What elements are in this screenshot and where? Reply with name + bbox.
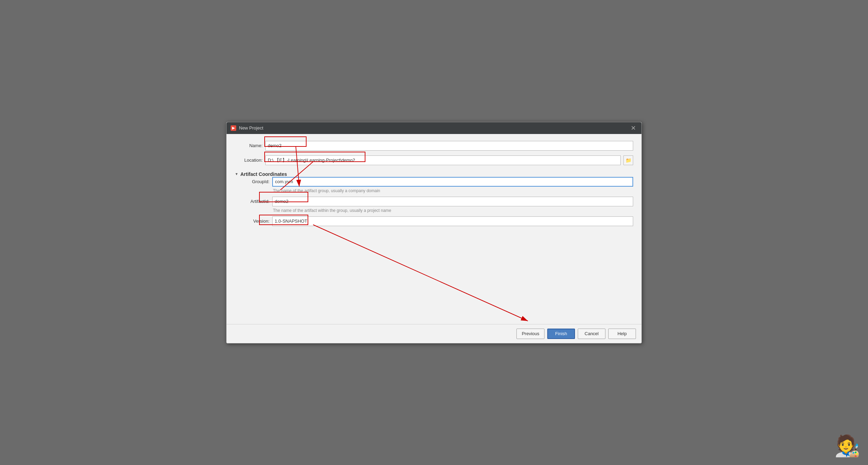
svg-line-6 <box>313 225 528 321</box>
location-row: Location: 📁 <box>235 155 633 165</box>
artifactid-label: ArtifactId: <box>242 199 269 204</box>
dialog-content: Name: Location: 📁 ▼ Artifact Coordinates… <box>227 134 641 324</box>
groupid-field-row: GroupId: The name of the artifact group,… <box>242 177 633 193</box>
finish-button[interactable]: Finish <box>547 329 575 339</box>
version-label: Version: <box>242 218 269 224</box>
browse-button[interactable]: 📁 <box>623 155 633 165</box>
artifact-section-header: ▼ Artifact Coordinates <box>235 171 633 177</box>
cancel-button[interactable]: Cancel <box>578 329 605 339</box>
artifact-section-label: Artifact Coordinates <box>240 171 287 177</box>
close-button[interactable]: ✕ <box>629 125 637 131</box>
folder-icon: 📁 <box>626 158 631 163</box>
new-project-dialog: ▶ New Project ✕ Name: Location: 📁 ▼ Arti… <box>226 122 642 343</box>
artifactid-row: ArtifactId: <box>242 197 633 206</box>
title-bar-left: ▶ New Project <box>231 125 263 131</box>
help-button[interactable]: Help <box>608 329 636 339</box>
artifact-section: ▼ Artifact Coordinates GroupId: The name… <box>235 170 633 226</box>
name-label: Name: <box>235 143 263 148</box>
groupid-row: GroupId: <box>242 177 633 187</box>
location-label: Location: <box>235 158 263 163</box>
groupid-hint: The name of the artifact group, usually … <box>242 188 380 193</box>
name-input[interactable] <box>265 141 633 151</box>
location-input[interactable] <box>265 155 621 165</box>
artifactid-hint: The name of the artifact within the grou… <box>242 208 391 213</box>
title-bar: ▶ New Project ✕ <box>227 122 641 134</box>
version-row: Version: <box>242 216 633 226</box>
anime-character-decoration: 🧑‍🎨 <box>833 423 861 458</box>
name-row: Name: <box>235 141 633 151</box>
collapse-arrow[interactable]: ▼ <box>235 172 238 176</box>
artifactid-input[interactable] <box>272 197 633 206</box>
groupid-label: GroupId: <box>242 179 269 184</box>
groupid-input[interactable] <box>272 177 633 187</box>
artifact-section-body: GroupId: The name of the artifact group,… <box>235 177 633 226</box>
footer: Previous Finish Cancel Help <box>227 324 641 343</box>
previous-button[interactable]: Previous <box>516 329 544 339</box>
dialog-title: New Project <box>239 125 263 131</box>
artifactid-field-row: ArtifactId: The name of the artifact wit… <box>242 197 633 213</box>
app-icon: ▶ <box>231 125 236 131</box>
version-input[interactable] <box>272 216 633 226</box>
